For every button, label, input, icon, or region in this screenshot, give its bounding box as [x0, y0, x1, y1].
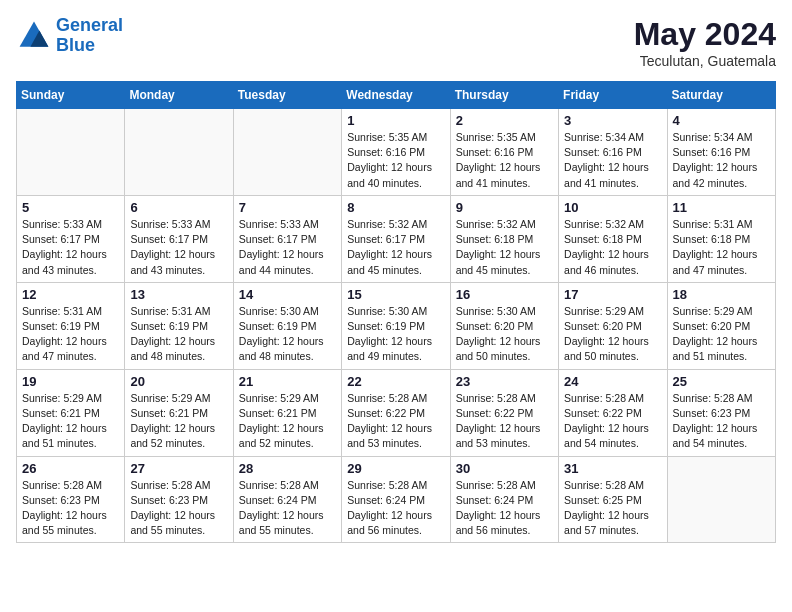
day-info: Sunrise: 5:28 AMSunset: 6:25 PMDaylight:… [564, 478, 661, 539]
calendar-cell: 13Sunrise: 5:31 AMSunset: 6:19 PMDayligh… [125, 282, 233, 369]
day-number: 27 [130, 461, 227, 476]
calendar-cell [17, 109, 125, 196]
day-info: Sunrise: 5:33 AMSunset: 6:17 PMDaylight:… [239, 217, 336, 278]
day-number: 6 [130, 200, 227, 215]
day-number: 29 [347, 461, 444, 476]
calendar-cell: 9Sunrise: 5:32 AMSunset: 6:18 PMDaylight… [450, 195, 558, 282]
calendar-week-row: 5Sunrise: 5:33 AMSunset: 6:17 PMDaylight… [17, 195, 776, 282]
day-number: 3 [564, 113, 661, 128]
calendar-cell: 8Sunrise: 5:32 AMSunset: 6:17 PMDaylight… [342, 195, 450, 282]
weekday-header: Wednesday [342, 82, 450, 109]
calendar-cell: 1Sunrise: 5:35 AMSunset: 6:16 PMDaylight… [342, 109, 450, 196]
day-number: 5 [22, 200, 119, 215]
calendar-cell: 19Sunrise: 5:29 AMSunset: 6:21 PMDayligh… [17, 369, 125, 456]
day-info: Sunrise: 5:29 AMSunset: 6:21 PMDaylight:… [22, 391, 119, 452]
day-info: Sunrise: 5:28 AMSunset: 6:23 PMDaylight:… [130, 478, 227, 539]
day-info: Sunrise: 5:35 AMSunset: 6:16 PMDaylight:… [347, 130, 444, 191]
weekday-header: Saturday [667, 82, 775, 109]
weekday-header: Sunday [17, 82, 125, 109]
calendar-cell: 31Sunrise: 5:28 AMSunset: 6:25 PMDayligh… [559, 456, 667, 543]
day-number: 31 [564, 461, 661, 476]
weekday-header: Thursday [450, 82, 558, 109]
logo: General Blue [16, 16, 123, 56]
calendar-cell: 15Sunrise: 5:30 AMSunset: 6:19 PMDayligh… [342, 282, 450, 369]
day-info: Sunrise: 5:29 AMSunset: 6:21 PMDaylight:… [130, 391, 227, 452]
day-info: Sunrise: 5:28 AMSunset: 6:22 PMDaylight:… [347, 391, 444, 452]
day-number: 4 [673, 113, 770, 128]
day-info: Sunrise: 5:32 AMSunset: 6:17 PMDaylight:… [347, 217, 444, 278]
day-number: 26 [22, 461, 119, 476]
calendar-week-row: 26Sunrise: 5:28 AMSunset: 6:23 PMDayligh… [17, 456, 776, 543]
day-info: Sunrise: 5:28 AMSunset: 6:24 PMDaylight:… [347, 478, 444, 539]
calendar-cell: 3Sunrise: 5:34 AMSunset: 6:16 PMDaylight… [559, 109, 667, 196]
calendar-cell: 17Sunrise: 5:29 AMSunset: 6:20 PMDayligh… [559, 282, 667, 369]
month-title: May 2024 [634, 16, 776, 53]
day-number: 16 [456, 287, 553, 302]
logo-icon [16, 18, 52, 54]
day-info: Sunrise: 5:29 AMSunset: 6:21 PMDaylight:… [239, 391, 336, 452]
day-info: Sunrise: 5:29 AMSunset: 6:20 PMDaylight:… [673, 304, 770, 365]
calendar-cell: 5Sunrise: 5:33 AMSunset: 6:17 PMDaylight… [17, 195, 125, 282]
day-info: Sunrise: 5:32 AMSunset: 6:18 PMDaylight:… [456, 217, 553, 278]
calendar-cell: 6Sunrise: 5:33 AMSunset: 6:17 PMDaylight… [125, 195, 233, 282]
calendar-week-row: 12Sunrise: 5:31 AMSunset: 6:19 PMDayligh… [17, 282, 776, 369]
calendar-cell: 11Sunrise: 5:31 AMSunset: 6:18 PMDayligh… [667, 195, 775, 282]
calendar-cell: 7Sunrise: 5:33 AMSunset: 6:17 PMDaylight… [233, 195, 341, 282]
calendar-cell: 24Sunrise: 5:28 AMSunset: 6:22 PMDayligh… [559, 369, 667, 456]
calendar-cell: 2Sunrise: 5:35 AMSunset: 6:16 PMDaylight… [450, 109, 558, 196]
calendar-cell [125, 109, 233, 196]
day-number: 17 [564, 287, 661, 302]
calendar-cell: 26Sunrise: 5:28 AMSunset: 6:23 PMDayligh… [17, 456, 125, 543]
day-number: 25 [673, 374, 770, 389]
weekday-header: Tuesday [233, 82, 341, 109]
day-number: 19 [22, 374, 119, 389]
day-number: 10 [564, 200, 661, 215]
calendar-week-row: 19Sunrise: 5:29 AMSunset: 6:21 PMDayligh… [17, 369, 776, 456]
day-info: Sunrise: 5:35 AMSunset: 6:16 PMDaylight:… [456, 130, 553, 191]
title-block: May 2024 Teculutan, Guatemala [634, 16, 776, 69]
day-number: 2 [456, 113, 553, 128]
day-info: Sunrise: 5:31 AMSunset: 6:19 PMDaylight:… [130, 304, 227, 365]
day-number: 13 [130, 287, 227, 302]
calendar-week-row: 1Sunrise: 5:35 AMSunset: 6:16 PMDaylight… [17, 109, 776, 196]
calendar-cell: 28Sunrise: 5:28 AMSunset: 6:24 PMDayligh… [233, 456, 341, 543]
logo-line1: General [56, 15, 123, 35]
day-info: Sunrise: 5:30 AMSunset: 6:19 PMDaylight:… [347, 304, 444, 365]
day-info: Sunrise: 5:31 AMSunset: 6:19 PMDaylight:… [22, 304, 119, 365]
calendar-cell: 14Sunrise: 5:30 AMSunset: 6:19 PMDayligh… [233, 282, 341, 369]
day-number: 24 [564, 374, 661, 389]
calendar-cell [233, 109, 341, 196]
day-number: 21 [239, 374, 336, 389]
day-number: 8 [347, 200, 444, 215]
day-number: 30 [456, 461, 553, 476]
page-header: General Blue May 2024 Teculutan, Guatema… [16, 16, 776, 69]
logo-text: General Blue [56, 16, 123, 56]
calendar-table: SundayMondayTuesdayWednesdayThursdayFrid… [16, 81, 776, 543]
calendar-cell: 29Sunrise: 5:28 AMSunset: 6:24 PMDayligh… [342, 456, 450, 543]
weekday-header-row: SundayMondayTuesdayWednesdayThursdayFrid… [17, 82, 776, 109]
calendar-cell: 22Sunrise: 5:28 AMSunset: 6:22 PMDayligh… [342, 369, 450, 456]
day-info: Sunrise: 5:32 AMSunset: 6:18 PMDaylight:… [564, 217, 661, 278]
calendar-cell: 23Sunrise: 5:28 AMSunset: 6:22 PMDayligh… [450, 369, 558, 456]
day-info: Sunrise: 5:33 AMSunset: 6:17 PMDaylight:… [22, 217, 119, 278]
day-info: Sunrise: 5:30 AMSunset: 6:20 PMDaylight:… [456, 304, 553, 365]
day-info: Sunrise: 5:34 AMSunset: 6:16 PMDaylight:… [564, 130, 661, 191]
calendar-cell: 27Sunrise: 5:28 AMSunset: 6:23 PMDayligh… [125, 456, 233, 543]
day-number: 18 [673, 287, 770, 302]
calendar-cell: 30Sunrise: 5:28 AMSunset: 6:24 PMDayligh… [450, 456, 558, 543]
day-info: Sunrise: 5:29 AMSunset: 6:20 PMDaylight:… [564, 304, 661, 365]
day-info: Sunrise: 5:31 AMSunset: 6:18 PMDaylight:… [673, 217, 770, 278]
day-info: Sunrise: 5:28 AMSunset: 6:23 PMDaylight:… [22, 478, 119, 539]
day-info: Sunrise: 5:28 AMSunset: 6:22 PMDaylight:… [456, 391, 553, 452]
day-info: Sunrise: 5:34 AMSunset: 6:16 PMDaylight:… [673, 130, 770, 191]
day-info: Sunrise: 5:30 AMSunset: 6:19 PMDaylight:… [239, 304, 336, 365]
day-number: 1 [347, 113, 444, 128]
weekday-header: Monday [125, 82, 233, 109]
calendar-cell [667, 456, 775, 543]
day-number: 15 [347, 287, 444, 302]
calendar-cell: 12Sunrise: 5:31 AMSunset: 6:19 PMDayligh… [17, 282, 125, 369]
day-number: 28 [239, 461, 336, 476]
day-number: 20 [130, 374, 227, 389]
calendar-cell: 4Sunrise: 5:34 AMSunset: 6:16 PMDaylight… [667, 109, 775, 196]
day-info: Sunrise: 5:33 AMSunset: 6:17 PMDaylight:… [130, 217, 227, 278]
